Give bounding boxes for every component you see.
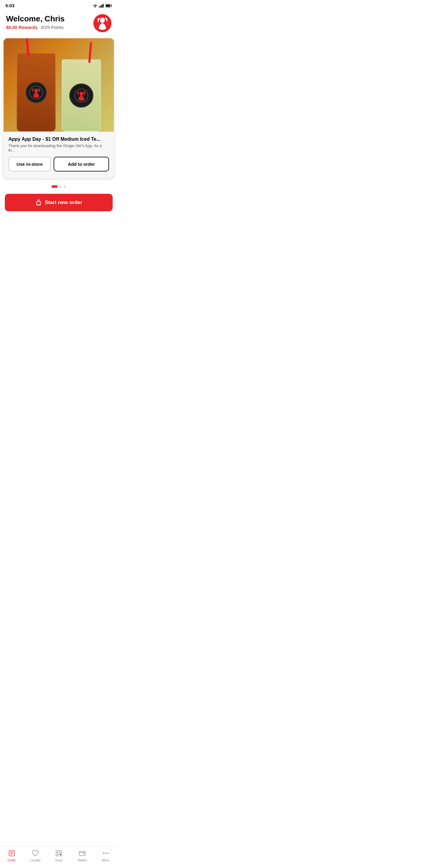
status-time: 5:03 xyxy=(5,3,14,8)
promo-subtitle: Thank you for downloading the Ginger Ale… xyxy=(8,144,109,153)
bag-icon xyxy=(35,199,42,206)
start-order-label: Start new order xyxy=(45,199,83,206)
svg-rect-5 xyxy=(111,5,112,6)
add-to-order-button[interactable]: Add to order xyxy=(54,157,109,172)
drinks-container xyxy=(10,38,107,132)
dot-3[interactable] xyxy=(64,185,66,188)
drink-left xyxy=(17,53,56,132)
rewards-points: 0/25 Points xyxy=(41,25,64,30)
wifi-icon xyxy=(93,4,98,7)
drink-logo-left xyxy=(26,82,47,103)
dot-1[interactable] xyxy=(52,185,58,188)
drink-right xyxy=(62,59,101,132)
header-left: Welcome, Chris $0.00 Rewards 0/25 Points xyxy=(6,14,65,30)
welcome-text: Welcome, Chris xyxy=(6,14,65,24)
promo-text-overlay: Appy App Day - $1 Off Medium Iced Te... … xyxy=(4,132,114,178)
svg-rect-2 xyxy=(101,4,102,7)
start-new-order-button[interactable]: Start new order xyxy=(5,194,112,211)
promo-title: Appy App Day - $1 Off Medium Iced Te... xyxy=(8,136,109,142)
promo-image xyxy=(4,38,114,132)
battery-icon xyxy=(105,4,112,7)
signal-icon xyxy=(99,4,104,7)
svg-rect-1 xyxy=(100,5,101,7)
svg-point-8 xyxy=(100,18,105,23)
svg-point-10 xyxy=(34,89,38,93)
dot-2[interactable] xyxy=(59,185,62,188)
straw-left xyxy=(25,38,30,57)
straw-right xyxy=(88,42,92,63)
header: Welcome, Chris $0.00 Rewards 0/25 Points xyxy=(0,10,118,35)
rewards-amount: $0.00 Rewards xyxy=(6,25,37,30)
svg-rect-3 xyxy=(103,4,104,7)
app-logo[interactable] xyxy=(93,14,111,32)
svg-point-12 xyxy=(79,92,83,96)
status-icons xyxy=(93,4,112,7)
status-bar: 5:03 xyxy=(0,0,118,10)
promo-card: Appy App Day - $1 Off Medium Iced Te... … xyxy=(4,38,114,178)
rewards-row: $0.00 Rewards 0/25 Points xyxy=(6,25,65,30)
promo-actions: Use in-store Add to order xyxy=(8,157,109,176)
svg-rect-0 xyxy=(99,6,100,7)
svg-rect-6 xyxy=(106,4,110,7)
carousel-dots xyxy=(0,183,118,192)
use-instore-button[interactable]: Use in-store xyxy=(8,157,51,172)
drink-logo-right xyxy=(69,84,93,107)
